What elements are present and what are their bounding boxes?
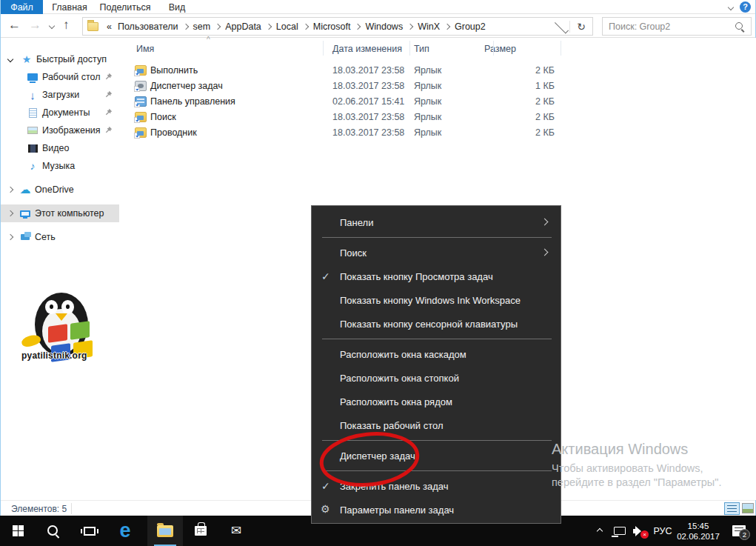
up-button[interactable]: ↑ — [63, 18, 70, 33]
music-icon: ♪ — [26, 159, 39, 173]
tab-view[interactable]: Вид — [159, 0, 195, 14]
action-center-button[interactable]: 2 — [724, 516, 754, 546]
folder-icon — [87, 22, 98, 31]
navigation-bar: ← → ↑ « Пользователи sem AppData Local M… — [1, 15, 755, 38]
breadcrumb-item[interactable]: Microsoft — [310, 21, 354, 32]
search-input[interactable]: Поиск: Group2 — [602, 17, 752, 36]
taskbar-search-button[interactable] — [36, 516, 71, 546]
expand-chevron-icon[interactable] — [7, 210, 13, 216]
help-icon[interactable]: ? — [740, 1, 751, 13]
date-label: 02.06.2017 — [677, 532, 720, 541]
tab-home[interactable]: Главная — [45, 0, 94, 14]
windows-logo-icon — [13, 525, 24, 536]
expand-chevron-icon[interactable] — [7, 56, 13, 62]
edge-button[interactable]: e — [107, 516, 143, 546]
network-tray-button[interactable] — [610, 516, 629, 546]
column-divider[interactable] — [409, 41, 410, 56]
shortcut-icon — [135, 127, 147, 138]
menu-item-stack-windows[interactable]: Расположить окна стопкой — [312, 366, 561, 390]
back-button[interactable]: ← — [8, 18, 21, 33]
sidebar-item-pictures[interactable]: Изображения — [1, 121, 119, 139]
menu-item-show-task-view[interactable]: ✓ Показать кнопку Просмотра задач — [312, 264, 561, 288]
breadcrumb-item[interactable]: sem — [190, 21, 214, 32]
breadcrumb-chevron-icon — [266, 23, 272, 29]
sidebar-item-network[interactable]: Сеть — [1, 228, 119, 246]
tab-share[interactable]: Поделиться — [96, 0, 155, 14]
file-size: 2 КБ — [467, 112, 555, 122]
ribbon-tabs: Файл Главная Поделиться Вид ? — [1, 0, 755, 14]
menu-item-label: Показать кнопку Просмотра задач — [340, 271, 493, 282]
notification-badge: 2 — [739, 529, 750, 540]
menu-item-label: Параметры панели задач — [340, 505, 454, 516]
thumbnail-view-button[interactable] — [742, 503, 754, 513]
menu-item-label: Диспетчер задач — [340, 450, 415, 462]
sidebar-item-downloads[interactable]: ↓ Загрузки — [1, 86, 119, 104]
menu-item-side-by-side[interactable]: Расположить окна рядом — [312, 390, 561, 413]
expand-chevron-icon[interactable] — [7, 187, 13, 193]
menu-item-lock-taskbar[interactable]: ✓ Закрепить панель задач — [312, 474, 561, 498]
file-row[interactable]: Поиск 18.03.2017 23:58 Ярлык 2 КБ — [119, 110, 578, 125]
file-explorer-button[interactable] — [147, 516, 183, 546]
sidebar-item-label: Быстрый доступ — [36, 54, 107, 64]
start-button[interactable] — [0, 516, 36, 546]
task-view-button[interactable] — [72, 516, 107, 546]
menu-item-cascade-windows[interactable]: Расположить окна каскадом — [312, 342, 561, 366]
address-bar[interactable]: « Пользователи sem AppData Local Microso… — [82, 17, 593, 36]
sidebar-item-videos[interactable]: Видео — [1, 139, 119, 157]
menu-item-search[interactable]: Поиск — [312, 241, 561, 264]
mail-button[interactable]: ✉ — [218, 516, 254, 546]
tab-file[interactable]: Файл — [1, 0, 43, 14]
menu-item-show-ink-workspace[interactable]: Показать кнопку Windows Ink Workspace — [312, 288, 561, 312]
menu-item-label: Поиск — [340, 247, 367, 259]
sidebar-item-quick-access[interactable]: ★ Быстрый доступ — [1, 50, 119, 68]
file-row[interactable]: Панель управления 02.06.2017 15:41 Ярлык… — [119, 94, 578, 110]
time-label: 15:45 — [688, 522, 709, 530]
file-row[interactable]: Проводник 18.03.2017 23:58 Ярлык 2 КБ — [119, 125, 578, 141]
volume-tray-button[interactable]: × — [629, 516, 650, 546]
breadcrumb-item[interactable]: WinX — [415, 21, 443, 32]
breadcrumb-chevron-icon — [182, 23, 188, 29]
expand-chevron-icon[interactable] — [7, 234, 13, 240]
details-view-button[interactable] — [724, 502, 740, 515]
column-header-name[interactable]: Имя — [136, 41, 154, 57]
store-button[interactable] — [183, 516, 218, 546]
breadcrumb-item[interactable]: Local — [273, 21, 301, 32]
menu-item-task-manager[interactable]: Диспетчер задач — [312, 444, 561, 467]
menu-item-show-desktop[interactable]: Показать рабочий стол — [312, 413, 561, 437]
file-type: Ярлык — [414, 112, 441, 122]
sidebar-item-music[interactable]: ♪ Музыка — [1, 157, 119, 175]
file-row[interactable]: Выполнить 18.03.2017 23:58 Ярлык 2 КБ — [119, 63, 578, 79]
breadcrumb-item[interactable]: Group2 — [452, 21, 489, 32]
column-divider[interactable] — [493, 41, 494, 56]
menu-separator — [322, 440, 552, 441]
breadcrumb-chevron-icon — [407, 23, 413, 29]
forward-button[interactable]: → — [29, 18, 41, 33]
menu-item-show-touch-keyboard[interactable]: Показать кнопку сенсорной клавиатуры — [312, 312, 561, 336]
column-divider[interactable] — [561, 41, 561, 56]
recent-locations-icon[interactable] — [49, 23, 55, 29]
clock[interactable]: 15:45 02.06.2017 — [675, 516, 721, 546]
sidebar-item-onedrive[interactable]: ☁ OneDrive — [1, 181, 119, 199]
file-row[interactable]: Диспетчер задач 18.03.2017 23:58 Ярлык 1… — [119, 79, 578, 94]
column-header-type[interactable]: Тип — [414, 41, 429, 57]
file-size: 2 КБ — [467, 65, 555, 76]
menu-item-toolbars[interactable]: Панели — [312, 210, 561, 234]
ribbon-expand-icon[interactable] — [728, 4, 734, 10]
onedrive-cloud-icon: ☁ — [19, 183, 32, 196]
search-icon[interactable] — [735, 21, 745, 32]
refresh-icon[interactable]: ↻ — [569, 21, 592, 33]
sidebar-item-desktop[interactable]: Рабочий стол — [1, 68, 119, 86]
address-dropdown-icon[interactable] — [555, 19, 569, 33]
column-header-date[interactable]: Дата изменения — [332, 41, 402, 57]
sidebar-item-documents[interactable]: Документы — [1, 104, 119, 121]
column-divider[interactable] — [323, 41, 324, 56]
breadcrumb-item[interactable]: Пользователи — [115, 21, 181, 32]
menu-item-taskbar-settings[interactable]: ⚙ Параметры панели задач — [312, 498, 561, 522]
pin-icon — [104, 73, 113, 83]
breadcrumb-item[interactable]: Windows — [362, 21, 406, 32]
language-indicator[interactable]: РУС — [650, 516, 675, 546]
column-header-size[interactable]: Размер — [484, 41, 516, 57]
tray-overflow-button[interactable] — [591, 516, 609, 546]
breadcrumb-item[interactable]: AppData — [222, 21, 264, 32]
sidebar-item-this-pc[interactable]: Этот компьютер — [1, 204, 119, 222]
